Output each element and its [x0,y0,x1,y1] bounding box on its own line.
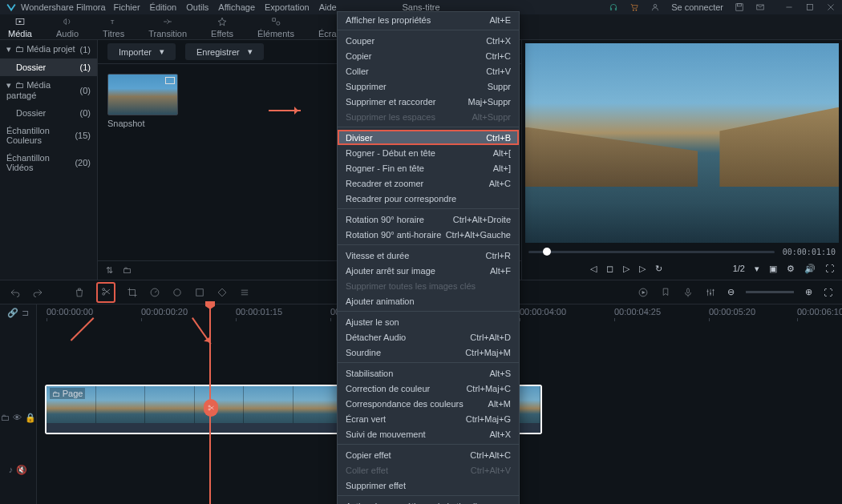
page-indicator[interactable]: 1/2 [733,264,745,273]
ctx-paste[interactable]: CollerCtrl+V [338,63,519,79]
menu-export[interactable]: Exportation [265,2,310,12]
ctx-color-correct[interactable]: Correction de couleurCtrl+Maj+C [338,381,519,396]
import-dropdown[interactable]: Importer▾ [107,43,176,60]
ctx-split[interactable]: DiviserCtrl+B [338,130,519,145]
thumb-menu-icon[interactable] [165,77,175,84]
menu-tools[interactable]: Outils [186,2,208,12]
ctx-green-screen[interactable]: Écran vertCtrl+Maj+G [338,411,519,426]
mic-icon[interactable] [682,287,694,298]
sidebar-item-folder-1[interactable]: Dossier(1) [0,58,97,76]
tab-audio[interactable]: Audio [56,16,79,38]
ctx-freeze-frame[interactable]: Ajouter arrêt sur imageAlt+F [338,263,519,278]
menu-help[interactable]: Aide [319,2,337,12]
greenscreen-icon[interactable] [194,287,205,298]
sidebar-item-shared[interactable]: ▾ 🗀 Média partagé(0) [0,76,97,104]
zoom-fit-icon[interactable]: ⛶ [824,288,832,297]
menu-view[interactable]: Affichage [218,2,255,12]
crop-icon[interactable] [127,287,138,298]
ctx-cut[interactable]: CouperCtrl+X [338,33,519,48]
zoom-in-icon[interactable]: ⊕ [805,287,812,297]
ctx-snap[interactable]: Activer le magnétisme de la timeline [338,498,519,504]
redo-icon[interactable] [32,287,43,298]
prev-frame-icon[interactable]: ◁ [590,264,597,274]
media-thumbnail[interactable]: Snapshot [107,74,178,128]
tab-transition[interactable]: Transition [148,16,187,38]
loop-icon[interactable]: ↻ [655,264,662,274]
svg-marker-23 [642,290,646,293]
menu-edit[interactable]: Édition [150,2,177,12]
keyframe-icon[interactable] [217,287,228,298]
delete-icon[interactable] [74,287,85,298]
sidebar-item-videos[interactable]: Échantillon Vidéos(20) [0,149,97,176]
mixer-icon[interactable] [705,287,716,298]
sidebar-item-colors[interactable]: Échantillon Couleurs(15) [0,122,97,149]
signin-link[interactable]: Se connecter [671,2,723,12]
ctx-copy[interactable]: CopierCtrl+C [338,48,519,63]
zoom-slider[interactable] [746,291,794,293]
speed-icon[interactable] [149,287,160,298]
ctx-ripple-delete[interactable]: Supprimer et raccorderMaj+Suppr [338,94,519,109]
ctx-trim-start[interactable]: Rogner - Début en têteAlt+[ [338,145,519,160]
ctx-add-animation[interactable]: Ajouter animation [338,293,519,308]
marker-icon[interactable] [660,287,671,298]
ctx-color-match[interactable]: Correspondance des couleursAlt+M [338,396,519,411]
ctx-stabilize[interactable]: StabilisationAlt+S [338,365,519,381]
zoom-out-icon[interactable]: ⊖ [727,287,735,297]
ctx-rotate-ccw[interactable]: Rotation 90° anti-horaireCtrl+Alt+Gauche [338,227,519,242]
user-icon[interactable] [650,2,660,12]
sidebar-item-project[interactable]: ▾ 🗀 Média projet(1) [0,40,97,58]
track-audio-icon[interactable]: ♪ [9,465,14,474]
stop-icon[interactable]: ◻ [606,264,613,274]
tab-effects[interactable]: Effets [211,16,233,38]
split-button[interactable] [96,282,115,303]
ctx-delete-effect[interactable]: Supprimer effet [338,478,519,493]
ctx-rotate-cw[interactable]: Rotation 90° horaireCtrl+Alt+Droite [338,212,519,227]
more-icon[interactable] [239,287,250,298]
split-marker-icon[interactable] [204,399,218,417]
track-video-mute-icon[interactable]: 🔒 [25,413,36,423]
sidebar-item-folder-2[interactable]: Dossier(0) [0,104,97,122]
svg-point-17 [103,288,105,290]
menu-file[interactable]: Fichier [114,2,140,12]
ctx-mute[interactable]: SourdineCtrl+Maj+M [338,345,519,360]
volume-icon[interactable]: 🔊 [804,264,816,274]
minimize-icon[interactable] [784,2,794,12]
sort-icon[interactable]: ⇅ [106,265,113,276]
magnet-icon[interactable]: ⊐ [22,308,29,318]
preview-seekbar[interactable]: 00:00:01:10 [522,246,842,257]
undo-icon[interactable] [10,287,21,298]
ctx-motion-track[interactable]: Suivi de mouvementAlt+X [338,426,519,442]
ctx-adjust-audio[interactable]: Ajuster le son [338,314,519,329]
tab-media[interactable]: Média [8,16,32,38]
headset-icon[interactable] [609,2,618,12]
fullscreen-icon[interactable]: ⛶ [825,264,834,273]
ctx-crop-fit[interactable]: Recadrer pour correspondre [338,191,519,206]
track-audio-mute-icon[interactable]: 🔇 [16,465,27,475]
cart-icon[interactable] [629,2,639,12]
tab-titles[interactable]: TTitres [103,16,124,38]
next-frame-icon[interactable]: ▷ [639,264,646,274]
ctx-properties[interactable]: Afficher les propriétésAlt+E [338,12,519,27]
maximize-icon[interactable] [805,2,815,12]
ctx-speed[interactable]: Vitesse et duréeCtrl+R [338,248,519,263]
marker-play-icon[interactable] [638,287,649,298]
record-dropdown[interactable]: Enregistrer▾ [185,43,264,60]
settings-icon[interactable]: ⚙ [787,264,795,274]
link-icon[interactable]: 🔗 [7,308,18,318]
preview-viewport[interactable] [525,43,839,243]
close-icon[interactable] [826,2,836,12]
track-video-lock-icon[interactable]: 🗀 [1,413,10,422]
ctx-copy-effect[interactable]: Copier effetCtrl+Alt+C [338,447,519,462]
ctx-detach-audio[interactable]: Détacher AudioCtrl+Alt+D [338,329,519,345]
color-icon[interactable] [172,287,183,298]
ctx-trim-end[interactable]: Rogner - Fin en têteAlt+] [338,160,519,175]
save-icon[interactable] [735,2,744,12]
ctx-crop-zoom[interactable]: Recadrer et zoomerAlt+C [338,175,519,191]
message-icon[interactable] [755,2,765,12]
tab-elements[interactable]: Éléments [257,16,294,38]
track-video-eye-icon[interactable]: 👁 [13,413,22,422]
snapshot-icon[interactable]: ▣ [769,264,777,274]
newfolder-icon[interactable]: 🗀 [123,265,132,276]
play-icon[interactable]: ▷ [623,264,629,274]
ctx-delete[interactable]: SupprimerSuppr [338,79,519,94]
